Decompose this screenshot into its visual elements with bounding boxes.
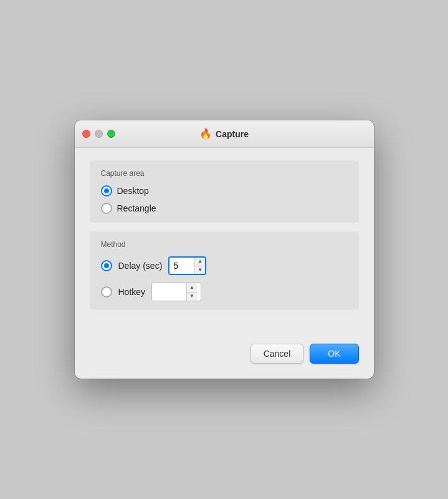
capture-dialog: 🔥 Capture Capture area Desktop Rectangle [75, 120, 374, 379]
cancel-button[interactable]: Cancel [250, 344, 304, 364]
delay-spinner-buttons: ▲ ▼ [194, 258, 205, 274]
desktop-label: Desktop [117, 186, 149, 196]
delay-row: Delay (sec) ▲ ▼ [101, 256, 348, 275]
delay-increment-button[interactable]: ▲ [195, 258, 205, 266]
hotkey-decrement-button[interactable]: ▼ [187, 292, 197, 301]
titlebar-title: 🔥 Capture [199, 128, 249, 140]
capture-area-section: Capture area Desktop Rectangle [90, 160, 359, 223]
method-label: Method [101, 240, 348, 249]
minimize-button[interactable] [95, 130, 103, 138]
hotkey-label: Hotkey [118, 287, 146, 297]
window-title: Capture [216, 129, 249, 139]
dialog-footer: Cancel OK [75, 334, 374, 379]
rectangle-option[interactable]: Rectangle [101, 203, 348, 214]
rectangle-radio[interactable] [101, 203, 112, 214]
ok-button[interactable]: OK [310, 344, 358, 364]
titlebar: 🔥 Capture [75, 120, 374, 148]
delay-spinner[interactable]: ▲ ▼ [168, 256, 206, 275]
hotkey-row: Hotkey ▲ ▼ [101, 283, 348, 301]
rectangle-label: Rectangle [117, 203, 156, 213]
method-section: Method Delay (sec) ▲ ▼ Hotkey [90, 231, 359, 310]
traffic-lights [82, 130, 115, 138]
capture-area-label: Capture area [101, 169, 348, 178]
delay-input[interactable] [169, 258, 194, 274]
hotkey-radio[interactable] [101, 286, 112, 298]
delay-decrement-button[interactable]: ▼ [195, 266, 205, 274]
close-button[interactable] [82, 130, 90, 138]
delay-label: Delay (sec) [118, 261, 163, 271]
delay-radio[interactable] [101, 260, 112, 271]
flame-icon: 🔥 [199, 128, 212, 140]
desktop-option[interactable]: Desktop [101, 185, 348, 196]
dialog-content: Capture area Desktop Rectangle Method [75, 148, 374, 334]
desktop-radio[interactable] [101, 185, 112, 196]
capture-area-radio-group: Desktop Rectangle [101, 185, 348, 214]
hotkey-increment-button[interactable]: ▲ [187, 283, 197, 292]
maximize-button[interactable] [107, 130, 115, 138]
hotkey-spinner[interactable]: ▲ ▼ [151, 283, 201, 301]
hotkey-spinner-buttons: ▲ ▼ [186, 283, 197, 301]
hotkey-input[interactable] [152, 283, 186, 301]
